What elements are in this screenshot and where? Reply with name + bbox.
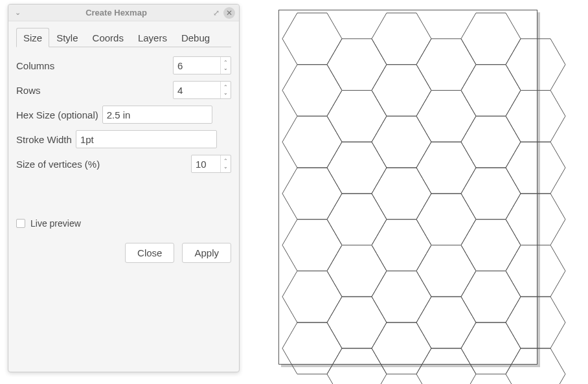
titlebar: ⌄ Create Hexmap ⤢ ✕ (8, 5, 239, 21)
columns-spinbox[interactable]: ⌃⌄ (173, 56, 231, 74)
svg-marker-4 (282, 220, 342, 271)
svg-marker-10 (327, 194, 387, 245)
svg-marker-36 (506, 91, 565, 142)
svg-marker-12 (327, 297, 387, 348)
svg-marker-38 (506, 194, 565, 245)
svg-marker-40 (506, 297, 565, 348)
stroke-input[interactable] (76, 130, 217, 148)
svg-marker-37 (506, 142, 565, 194)
svg-marker-34 (461, 322, 521, 374)
rows-down-icon[interactable]: ⌄ (221, 90, 231, 96)
svg-marker-30 (461, 116, 521, 168)
tab-layers[interactable]: Layers (131, 28, 174, 47)
tab-coords[interactable]: Coords (85, 28, 131, 47)
live-preview-label: Live preview (30, 218, 81, 229)
maximize-icon[interactable]: ⤢ (209, 8, 223, 17)
rows-up-icon[interactable]: ⌃ (221, 84, 231, 90)
svg-marker-28 (461, 13, 521, 65)
svg-marker-20 (372, 322, 431, 374)
svg-marker-9 (327, 142, 387, 194)
apply-button[interactable]: Apply (182, 243, 231, 263)
svg-marker-31 (461, 168, 521, 220)
svg-marker-19 (372, 271, 431, 322)
rows-label: Rows (16, 85, 41, 96)
hex-grid (272, 6, 576, 384)
svg-marker-0 (282, 13, 342, 65)
rows-input[interactable] (174, 82, 220, 98)
svg-marker-17 (372, 168, 431, 220)
svg-marker-23 (416, 142, 476, 194)
create-hexmap-dialog: ⌄ Create Hexmap ⤢ ✕ Size Style Coords La… (8, 4, 240, 372)
stroke-label: Stroke Width (16, 134, 72, 145)
svg-marker-7 (327, 39, 387, 91)
hexsize-input[interactable] (102, 106, 212, 124)
hexmap-preview (272, 6, 544, 372)
hexsize-label: Hex Size (optional) (16, 109, 98, 120)
svg-marker-8 (327, 91, 387, 142)
svg-marker-6 (282, 322, 342, 374)
svg-marker-22 (416, 91, 476, 142)
columns-input[interactable] (174, 57, 220, 74)
svg-marker-35 (506, 39, 565, 91)
svg-marker-39 (506, 245, 565, 297)
columns-down-icon[interactable]: ⌄ (221, 65, 231, 71)
tab-size[interactable]: Size (16, 28, 49, 47)
svg-marker-24 (416, 194, 476, 245)
close-icon[interactable]: ✕ (223, 7, 235, 19)
rows-spinbox[interactable]: ⌃⌄ (173, 81, 231, 99)
svg-marker-33 (461, 271, 521, 322)
tab-debug[interactable]: Debug (174, 28, 217, 47)
vertices-up-icon[interactable]: ⌃ (221, 158, 231, 164)
svg-marker-18 (372, 220, 431, 271)
window-menu-icon[interactable]: ⌄ (12, 8, 23, 17)
svg-marker-13 (327, 348, 387, 384)
svg-marker-2 (282, 116, 342, 168)
svg-marker-32 (461, 220, 521, 271)
svg-marker-21 (416, 39, 476, 91)
svg-marker-25 (416, 245, 476, 297)
live-preview-checkbox[interactable] (16, 219, 25, 228)
svg-marker-5 (282, 271, 342, 322)
svg-marker-15 (372, 65, 431, 117)
svg-marker-11 (327, 245, 387, 297)
columns-up-icon[interactable]: ⌃ (221, 60, 231, 65)
svg-marker-3 (282, 168, 342, 220)
svg-marker-26 (416, 297, 476, 348)
vertices-spinbox[interactable]: ⌃⌄ (191, 155, 231, 173)
vertices-input[interactable] (192, 155, 220, 172)
close-button[interactable]: Close (125, 243, 174, 263)
svg-marker-1 (282, 65, 342, 117)
tab-style[interactable]: Style (49, 28, 85, 47)
svg-marker-29 (461, 65, 521, 117)
dialog-title: Create Hexmap (23, 8, 209, 17)
svg-marker-14 (372, 13, 431, 65)
tab-bar: Size Style Coords Layers Debug (16, 28, 231, 47)
svg-marker-16 (372, 116, 431, 168)
svg-marker-27 (416, 348, 476, 384)
columns-label: Columns (16, 60, 54, 71)
vertices-label: Size of vertices (%) (16, 159, 100, 170)
svg-marker-41 (506, 348, 565, 384)
vertices-down-icon[interactable]: ⌄ (221, 164, 231, 170)
